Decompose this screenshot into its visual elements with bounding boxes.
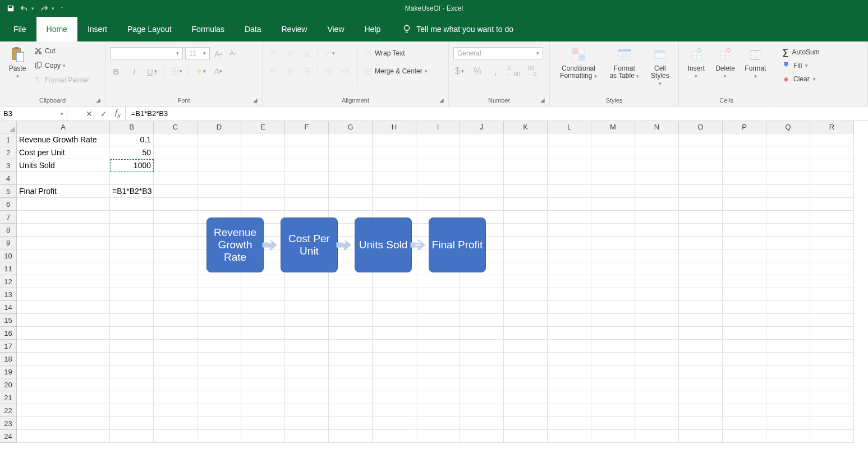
- tab-review[interactable]: Review: [272, 17, 318, 41]
- cell-R14[interactable]: [810, 301, 854, 314]
- cell-J6[interactable]: [460, 198, 504, 211]
- cell-L21[interactable]: [548, 391, 591, 404]
- cell-N24[interactable]: [635, 430, 679, 443]
- cell-B9[interactable]: [110, 237, 154, 249]
- cell-J12[interactable]: [460, 275, 504, 288]
- row-header-10[interactable]: 10: [0, 249, 17, 262]
- cell-P21[interactable]: [723, 391, 766, 404]
- cell-B17[interactable]: [110, 340, 154, 353]
- cell-R9[interactable]: [810, 237, 854, 249]
- cell-A23[interactable]: [17, 417, 110, 430]
- cell-J24[interactable]: [460, 430, 504, 443]
- cell-B19[interactable]: [110, 365, 154, 378]
- cell-H20[interactable]: [373, 378, 416, 391]
- cell-C22[interactable]: [154, 404, 198, 417]
- cell-H3[interactable]: [373, 159, 416, 172]
- cell-K15[interactable]: [504, 314, 548, 327]
- cell-A2[interactable]: Cost per Unit: [17, 146, 110, 159]
- cell-F23[interactable]: [285, 417, 329, 430]
- cell-Q1[interactable]: [766, 133, 810, 146]
- row-header-12[interactable]: 12: [0, 275, 17, 288]
- cell-P14[interactable]: [723, 301, 766, 314]
- cell-M2[interactable]: [591, 146, 635, 159]
- cell-D3[interactable]: [198, 159, 241, 172]
- cell-E3[interactable]: [241, 159, 285, 172]
- cell-P18[interactable]: [723, 353, 766, 365]
- cell-L22[interactable]: [548, 404, 591, 417]
- cell-N2[interactable]: [635, 146, 679, 159]
- row-header-19[interactable]: 19: [0, 365, 17, 378]
- cell-C4[interactable]: [154, 172, 198, 185]
- cell-R19[interactable]: [810, 365, 854, 378]
- cell-A17[interactable]: [17, 340, 110, 353]
- cell-A16[interactable]: [17, 327, 110, 340]
- row-header-9[interactable]: 9: [0, 237, 17, 249]
- cell-R23[interactable]: [810, 417, 854, 430]
- cell-F14[interactable]: [285, 301, 329, 314]
- cell-P6[interactable]: [723, 198, 766, 211]
- save-icon[interactable]: [4, 2, 17, 15]
- cell-J19[interactable]: [460, 365, 504, 378]
- cell-O2[interactable]: [679, 146, 723, 159]
- cell-C19[interactable]: [154, 365, 198, 378]
- cell-P4[interactable]: [723, 172, 766, 185]
- cell-P9[interactable]: [723, 237, 766, 249]
- cell-R2[interactable]: [810, 146, 854, 159]
- cell-F16[interactable]: [285, 327, 329, 340]
- cell-J13[interactable]: [460, 288, 504, 301]
- cell-I1[interactable]: [416, 133, 460, 146]
- col-header-R[interactable]: R: [810, 121, 854, 133]
- percent-icon[interactable]: %: [471, 65, 484, 77]
- select-all-corner[interactable]: [0, 121, 17, 133]
- cell-L15[interactable]: [548, 314, 591, 327]
- col-header-M[interactable]: M: [591, 121, 635, 133]
- cell-O8[interactable]: [679, 224, 723, 237]
- cell-A12[interactable]: [17, 275, 110, 288]
- increase-indent-icon[interactable]: [339, 65, 352, 77]
- cell-M10[interactable]: [591, 249, 635, 262]
- cell-G19[interactable]: [329, 365, 373, 378]
- cell-H13[interactable]: [373, 288, 416, 301]
- cell-H15[interactable]: [373, 314, 416, 327]
- cell-Q9[interactable]: [766, 237, 810, 249]
- cell-D18[interactable]: [198, 353, 241, 365]
- cell-H24[interactable]: [373, 430, 416, 443]
- cell-B3[interactable]: 1000: [110, 159, 154, 172]
- cell-R11[interactable]: [810, 262, 854, 275]
- cell-P1[interactable]: [723, 133, 766, 146]
- cell-C2[interactable]: [154, 146, 198, 159]
- cell-O17[interactable]: [679, 340, 723, 353]
- cell-D21[interactable]: [198, 391, 241, 404]
- row-header-15[interactable]: 15: [0, 314, 17, 327]
- cell-D20[interactable]: [198, 378, 241, 391]
- cell-J2[interactable]: [460, 146, 504, 159]
- cell-G5[interactable]: [329, 185, 373, 198]
- fill-button[interactable]: Fill ▾: [782, 59, 856, 72]
- cell-B10[interactable]: [110, 249, 154, 262]
- cell-P19[interactable]: [723, 365, 766, 378]
- decrease-indent-icon[interactable]: [323, 65, 335, 77]
- cell-N4[interactable]: [635, 172, 679, 185]
- cell-P20[interactable]: [723, 378, 766, 391]
- cell-B11[interactable]: [110, 262, 154, 275]
- cell-F17[interactable]: [285, 340, 329, 353]
- cell-R13[interactable]: [810, 288, 854, 301]
- cell-E1[interactable]: [241, 133, 285, 146]
- cell-F13[interactable]: [285, 288, 329, 301]
- font-size-selector[interactable]: 11▾: [185, 47, 210, 59]
- cell-I14[interactable]: [416, 301, 460, 314]
- cell-A24[interactable]: [17, 430, 110, 443]
- cell-P16[interactable]: [723, 327, 766, 340]
- cell-R7[interactable]: [810, 211, 854, 224]
- cell-Q16[interactable]: [766, 327, 810, 340]
- cell-I18[interactable]: [416, 353, 460, 365]
- cell-C3[interactable]: [154, 159, 198, 172]
- increase-decimal-icon[interactable]: .0←.00: [507, 65, 520, 77]
- cell-F12[interactable]: [285, 275, 329, 288]
- cell-Q2[interactable]: [766, 146, 810, 159]
- cell-H21[interactable]: [373, 391, 416, 404]
- cell-P5[interactable]: [723, 185, 766, 198]
- cell-Q21[interactable]: [766, 391, 810, 404]
- row-header-7[interactable]: 7: [0, 211, 17, 224]
- cell-B23[interactable]: [110, 417, 154, 430]
